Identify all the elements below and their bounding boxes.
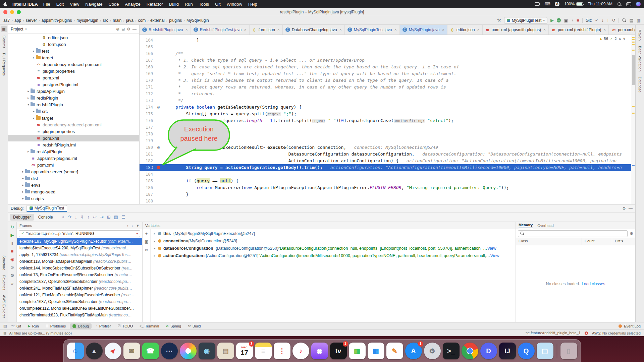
stripe-mark[interactable] [632, 37, 635, 38]
tree-arrow-icon[interactable]: ▸ [32, 110, 36, 113]
tree-arrow-icon[interactable]: ▸ [21, 170, 25, 173]
discord-dock-icon[interactable]: D [480, 343, 497, 359]
siri-icon[interactable] [636, 2, 641, 6]
breadcrumb-item[interactable]: com [138, 18, 146, 23]
frame-down-icon[interactable]: ↓ [131, 224, 133, 228]
toolbar-problems[interactable]: ☰Problems [43, 323, 68, 329]
light-blue-app-dock-icon[interactable]: ▢ [537, 343, 553, 359]
view-link[interactable]: View [490, 253, 499, 258]
status-panel-icon[interactable]: ▦ [3, 331, 6, 335]
notifications-icon[interactable] [585, 331, 588, 335]
collapse-all-icon[interactable]: ⊟ [121, 27, 125, 32]
project-tree-item[interactable]: pom.xml [8, 162, 139, 168]
git-push-icon[interactable]: ↑ [607, 18, 609, 23]
editor-tab[interactable]: MySqlPluginTest.java× [345, 25, 400, 35]
photo-booth-dock-icon[interactable]: ◉ [199, 343, 215, 359]
chrome-dock-icon[interactable] [462, 343, 478, 359]
next-problem-icon[interactable]: ∨ [623, 37, 625, 41]
window-management-icon[interactable]: ▤ [3, 324, 7, 328]
keyboard-icon[interactable]: ⌨ [544, 2, 550, 6]
menu-git[interactable]: Git [215, 2, 221, 7]
project-tree-item[interactable]: ▸dist [8, 175, 139, 182]
tree-arrow-icon[interactable]: ▸ [21, 177, 25, 180]
locate-file-icon[interactable]: ⊕ [116, 27, 119, 32]
expand-arrow-icon[interactable]: ▸ [152, 232, 157, 235]
project-tree-item[interactable]: plugin.properties [8, 68, 139, 74]
menu-refactor[interactable]: Refactor [147, 2, 163, 7]
stripe-mark[interactable] [632, 113, 635, 114]
tab-close-icon[interactable]: × [185, 27, 188, 32]
debug-gear-icon[interactable]: ⚙ [622, 206, 626, 211]
breadcrumb-item[interactable]: mysqlPlugin [76, 18, 98, 23]
coverage-button[interactable]: ▣ [564, 18, 568, 23]
step-out-icon[interactable]: ↑ [87, 215, 90, 220]
tree-arrow-icon[interactable]: ▸ [26, 89, 31, 93]
breadcrumb-item[interactable]: appsmith-plugins [42, 18, 72, 23]
hide-panel-icon[interactable]: — [132, 27, 137, 32]
git-branch-widget[interactable]: ⌥ feature/redshift_plugin_beta_1 [526, 331, 581, 335]
tree-arrow-icon[interactable]: ▸ [26, 150, 31, 153]
intellij-idea-dock-icon[interactable]: IJ [499, 343, 516, 359]
chevron-down-icon[interactable]: ▾ [25, 27, 27, 31]
toolbar-git[interactable]: ⌥Git [8, 323, 24, 329]
thread-selector[interactable]: ✓ "reactor-tcp-nio-...p "main": RUNNING … [19, 230, 140, 237]
toolbar-build[interactable]: ⚒Build [185, 323, 203, 329]
tab-debugger[interactable]: Debugger [10, 214, 34, 221]
project-tree-item[interactable]: ▸src [8, 108, 139, 115]
breakpoint-icon[interactable] [157, 166, 160, 169]
breadcrumb-item[interactable]: src [103, 18, 108, 23]
editor-tab[interactable]: DatabaseChangelog.java× [283, 25, 345, 35]
stripe-mark[interactable] [632, 42, 635, 43]
layout-icon[interactable]: ▤ [629, 18, 633, 23]
frame-row[interactable]: complete:1637, Operators$MonoSubscriber … [17, 298, 142, 305]
rerun-icon[interactable]: ↻ [10, 225, 14, 230]
apple-tv-dock-icon[interactable]: tv1 [330, 343, 347, 359]
project-panel-title[interactable]: Project [11, 27, 23, 32]
editor-tab[interactable]: pom.xml (redshiftPlugin)× [549, 25, 609, 35]
status-message[interactable]: All files are up-to-da... (9 minutes ago… [9, 331, 71, 335]
frame-row[interactable]: onNext:241, MonoFlatMap$FlatMapInner (re… [17, 285, 142, 292]
layout-settings-icon[interactable]: ☰ [121, 215, 125, 220]
run-config-selector[interactable]: MySqlPluginTest ▾ [504, 17, 547, 24]
tool-window-button-database[interactable]: Database [638, 77, 642, 93]
column-diff[interactable]: Diff ▾ [612, 238, 635, 245]
load-classes-link[interactable]: Load classes [582, 282, 605, 286]
stripe-current-line-mark[interactable] [632, 165, 635, 166]
hide-debug-panel-icon[interactable]: — [629, 206, 633, 211]
menu-build[interactable]: Build [169, 2, 179, 7]
tool-window-button-maven[interactable]: Maven [638, 29, 642, 41]
inspections-widget[interactable]: ▲ 56 ✓ 2 ∧ ∨ [598, 36, 627, 41]
project-tree-item[interactable]: ▸scripts [8, 195, 139, 202]
view-breakpoints-icon[interactable]: ◉ [10, 257, 14, 262]
toolbar-profiler[interactable]: ◔Profiler [93, 323, 114, 329]
step-into-icon[interactable]: ↓ [75, 215, 77, 220]
notes-dock-icon[interactable]: ≡ [255, 343, 272, 359]
reminders-dock-icon[interactable]: ⋮ [274, 343, 290, 359]
breadcrumb-item[interactable]: MySqlPlugin [186, 18, 209, 23]
frame-row[interactable]: apply:-1, 1759313234 (com.external.plugi… [17, 251, 142, 258]
variable-row[interactable]: ▸this = {MySqlPlugin$MySqlPluginExecutor… [151, 230, 516, 237]
trash-dock-icon[interactable]: ▯ [560, 343, 577, 359]
stripe-mark[interactable] [632, 106, 635, 107]
tree-arrow-icon[interactable]: ▸ [21, 197, 25, 200]
tab-close-icon[interactable]: × [277, 27, 280, 32]
project-tool-button[interactable]: ▦ [1, 26, 7, 32]
window-layout-icon[interactable]: ▥ [637, 18, 641, 23]
breadcrumb-item[interactable]: main [113, 18, 121, 23]
pause-icon[interactable]: ‖ [11, 241, 13, 246]
tree-arrow-icon[interactable]: ▸ [32, 56, 36, 59]
project-tree-item[interactable]: ▾redshiftPlugin [8, 101, 139, 108]
debug-settings-icon[interactable]: ⚙ [10, 273, 14, 278]
editor-tab[interactable]: MySqlPlugin.java× [400, 25, 447, 35]
keynote-dock-icon[interactable]: ▦ [368, 343, 384, 359]
tool-window-button-favorites[interactable]: Favorites [2, 275, 6, 290]
tool-window-button-commit[interactable]: Commit [2, 36, 6, 48]
editor-tab[interactable]: form.json× [250, 25, 283, 35]
stripe-mark[interactable] [632, 39, 635, 40]
tree-arrow-icon[interactable]: ▸ [21, 190, 25, 193]
build-hammer-icon[interactable]: ⚒ [497, 18, 501, 23]
frame-row[interactable]: onNext:121, FluxMapFuseable$MapFuseableS… [17, 292, 142, 298]
variable-row[interactable]: ▸connection = {MySqlConnection@5249} [151, 237, 516, 245]
project-tree-item[interactable]: appsmith-plugins.iml [8, 155, 139, 162]
tab-close-icon[interactable]: × [442, 27, 444, 32]
